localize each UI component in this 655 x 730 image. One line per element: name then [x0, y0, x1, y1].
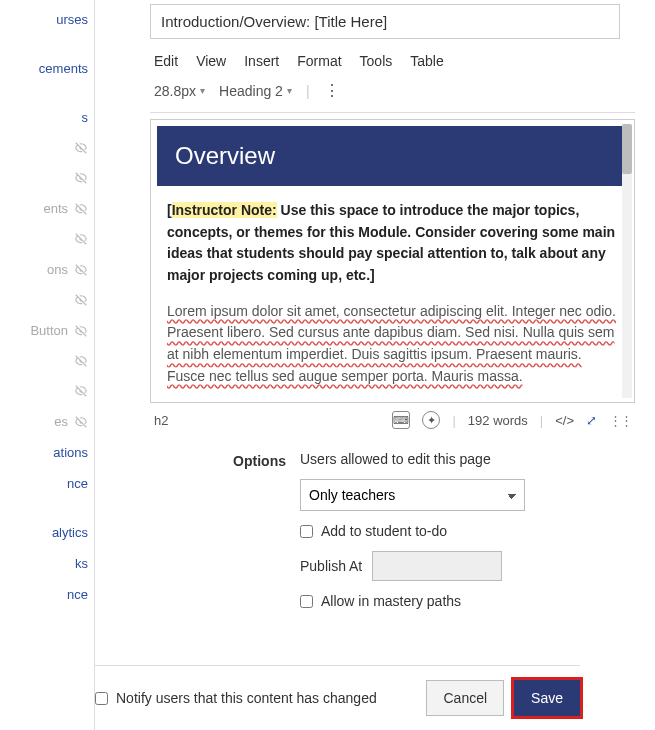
sidebar-item[interactable] [0, 376, 94, 406]
chevron-down-icon: ▾ [287, 85, 292, 96]
chevron-down-icon: ▾ [200, 85, 205, 96]
font-size-dropdown[interactable]: 28.8px ▾ [154, 83, 205, 99]
course-nav-sidebar: urses cements s ents ons Button es ation… [0, 0, 95, 730]
save-button[interactable]: Save [514, 680, 580, 716]
todo-checkbox-row[interactable]: Add to student to-do [300, 523, 635, 539]
sidebar-item[interactable]: urses [0, 4, 94, 35]
hidden-icon [74, 354, 88, 368]
menu-table[interactable]: Table [410, 53, 443, 69]
notify-label: Notify users that this content has chang… [116, 690, 377, 706]
sidebar-item[interactable]: ks [0, 548, 94, 579]
hidden-icon [74, 232, 88, 246]
sidebar-item[interactable]: Button [0, 315, 94, 346]
page-editor: Edit View Insert Format Tools Table 28.8… [95, 0, 655, 730]
editor-scrollbar[interactable] [622, 124, 632, 398]
hidden-icon [74, 263, 88, 277]
hidden-icon [74, 415, 88, 429]
page-options: Options Users allowed to edit this page … [150, 437, 635, 625]
edit-roles-label: Users allowed to edit this page [300, 451, 635, 467]
note-highlight: Instructor Note: [172, 202, 277, 218]
divider: | [452, 413, 455, 428]
drag-handle-icon[interactable]: ⋮⋮ [609, 413, 631, 428]
fullscreen-icon[interactable]: ⤢ [586, 413, 597, 428]
sidebar-spacer [0, 499, 94, 517]
html-editor-toggle[interactable]: </> [555, 413, 574, 428]
font-size-value: 28.8px [154, 83, 196, 99]
overview-heading[interactable]: Overview [157, 126, 628, 186]
lorem-text[interactable]: Lorem ipsum dolor sit amet, consectetur … [157, 297, 628, 398]
options-label: Options [150, 451, 300, 621]
sidebar-item[interactable]: s [0, 102, 94, 133]
divider: | [306, 83, 310, 99]
element-path[interactable]: h2 [154, 413, 380, 428]
edit-roles-select[interactable]: Only teachers [300, 479, 525, 511]
publish-at-input[interactable] [372, 551, 502, 581]
word-count[interactable]: 192 words [468, 413, 528, 428]
sidebar-spacer [0, 84, 94, 102]
block-type-dropdown[interactable]: Heading 2 ▾ [219, 83, 292, 99]
todo-checkbox[interactable] [300, 525, 313, 538]
hidden-icon [74, 324, 88, 338]
bracket-open: [ [167, 202, 172, 218]
page-title-input[interactable] [150, 4, 620, 39]
hidden-icon [74, 202, 88, 216]
sidebar-item[interactable] [0, 285, 94, 315]
todo-label: Add to student to-do [321, 523, 447, 539]
menu-tools[interactable]: Tools [360, 53, 393, 69]
menu-insert[interactable]: Insert [244, 53, 279, 69]
sidebar-item[interactable] [0, 224, 94, 254]
sidebar-item[interactable]: ents [0, 193, 94, 224]
menu-edit[interactable]: Edit [154, 53, 178, 69]
accessibility-checker-icon[interactable]: ✦ [422, 411, 440, 429]
sidebar-item[interactable] [0, 346, 94, 376]
sidebar-item[interactable]: nce [0, 468, 94, 499]
instructor-note[interactable]: [Instructor Note: Use this space to intr… [157, 186, 628, 297]
hidden-icon [74, 293, 88, 307]
notify-checkbox[interactable] [95, 692, 108, 705]
sidebar-item[interactable]: ons [0, 254, 94, 285]
sidebar-item[interactable]: es [0, 406, 94, 437]
editor-content[interactable]: Overview [Instructor Note: Use this spac… [153, 122, 632, 400]
publish-at-label: Publish At [300, 558, 362, 574]
sidebar-item[interactable] [0, 133, 94, 163]
keyboard-shortcuts-icon[interactable]: ⌨ [392, 411, 410, 429]
rce-editor[interactable]: Overview [Instructor Note: Use this spac… [150, 119, 635, 403]
sidebar-item[interactable]: ations [0, 437, 94, 468]
menu-format[interactable]: Format [297, 53, 341, 69]
mastery-checkbox[interactable] [300, 595, 313, 608]
cancel-button[interactable]: Cancel [426, 680, 504, 716]
sidebar-item[interactable]: cements [0, 53, 94, 84]
scrollbar-thumb[interactable] [622, 124, 632, 174]
sidebar-item[interactable]: alytics [0, 517, 94, 548]
menu-view[interactable]: View [196, 53, 226, 69]
hidden-icon [74, 141, 88, 155]
publish-at-row: Publish At [300, 551, 635, 581]
sidebar-item[interactable] [0, 163, 94, 193]
sidebar-spacer [0, 35, 94, 53]
hidden-icon [74, 384, 88, 398]
sidebar-item[interactable]: nce [0, 579, 94, 610]
divider: | [540, 413, 543, 428]
mastery-checkbox-row[interactable]: Allow in mastery paths [300, 593, 635, 609]
rce-toolbar: 28.8px ▾ Heading 2 ▾ | ⋮ [150, 75, 635, 113]
block-type-value: Heading 2 [219, 83, 283, 99]
rce-statusbar: h2 ⌨ ✦ | 192 words | </> ⤢ ⋮⋮ [150, 403, 635, 437]
notify-checkbox-row[interactable]: Notify users that this content has chang… [95, 690, 426, 706]
more-options-icon[interactable]: ⋮ [324, 81, 340, 100]
mastery-label: Allow in mastery paths [321, 593, 461, 609]
hidden-icon [74, 171, 88, 185]
form-footer: Notify users that this content has chang… [95, 665, 580, 716]
rce-menubar: Edit View Insert Format Tools Table [150, 39, 645, 75]
